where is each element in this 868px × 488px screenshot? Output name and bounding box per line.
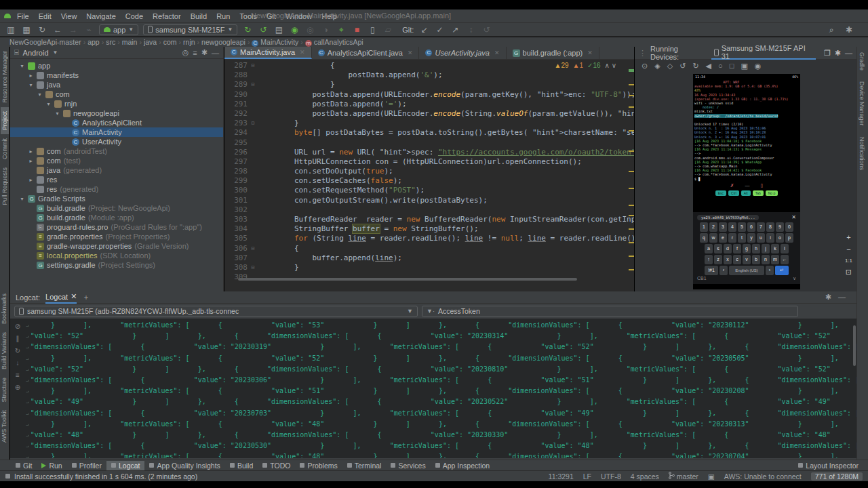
key-u[interactable]: u (757, 233, 765, 243)
tool-window-terminal[interactable]: Terminal (342, 461, 387, 470)
panel-settings-gear-icon[interactable]: ✱ (835, 49, 841, 58)
tree-row-com[interactable]: ▾com (10, 89, 223, 99)
line-ending[interactable]: LF (583, 472, 591, 481)
logcat-output[interactable]: } ], "metricValues": [ { "value": "53" }… (25, 319, 856, 458)
pause-icon[interactable]: ∥ (16, 335, 20, 342)
tree-row-res[interactable]: res(generated) (10, 184, 223, 194)
profile-report-icon[interactable]: ▤ (273, 25, 284, 35)
home-icon[interactable]: ○ (718, 62, 723, 70)
git-commit-icon[interactable]: ✓ (434, 25, 445, 35)
collapse-all-icon[interactable]: ≡ (193, 49, 197, 57)
new-window-icon[interactable]: ❐ (824, 49, 831, 58)
clear-logcat-icon[interactable]: ⊘ (15, 323, 20, 330)
tool-stripe-project[interactable]: Project (1, 107, 9, 134)
breadcrumb-item[interactable]: main (122, 38, 138, 46)
hide-keyboard-icon[interactable]: ∨ (793, 276, 796, 281)
logcat-filter-input[interactable]: ▼· AccessToken (422, 306, 798, 317)
tree-row-com[interactable]: ▸com(test) (10, 156, 223, 165)
keyboard-mode-label[interactable]: CB1 (697, 276, 707, 281)
layout-inspector-button[interactable]: Layout Inspector (798, 462, 868, 470)
tool-stripe-commit[interactable]: Commit (1, 134, 9, 163)
tool-window-problems[interactable]: Problems (295, 461, 342, 470)
close-icon[interactable]: ✕ (71, 292, 77, 301)
aws-status[interactable]: AWS: Unable to connect (724, 472, 802, 481)
device-tab[interactable]: Samsung SM-M215F API 31 (711, 47, 816, 60)
breadcrumb-item[interactable]: app (87, 38, 100, 46)
key-[interactable]: ‹ (719, 266, 728, 275)
git-history-icon[interactable]: ↺ (481, 25, 492, 35)
tree-row-build.gradle[interactable]: Gbuild.gradle(Project: NewGoogleApi) (10, 203, 223, 213)
key-a[interactable]: a (705, 244, 713, 253)
key-7[interactable]: 7 (757, 222, 765, 232)
key-9[interactable]: 9 (776, 222, 784, 232)
key-b[interactable]: b (752, 255, 760, 264)
git-rollback-icon[interactable]: ↕ (465, 25, 476, 35)
tool-window-build[interactable]: Build (225, 461, 258, 470)
menu-build[interactable]: Build (186, 11, 212, 22)
key-w[interactable]: w (709, 233, 717, 243)
minimize-icon[interactable]: — (745, 183, 750, 188)
tool-window-services[interactable]: Services (386, 461, 430, 470)
key-[interactable]: ↵ (775, 266, 789, 275)
git-update-icon[interactable]: ↙ (418, 25, 429, 35)
tree-row-app[interactable]: ▾app (10, 61, 223, 70)
key-g[interactable]: g (743, 244, 751, 253)
breadcrumb-item[interactable]: rnjn (183, 38, 195, 46)
menu-navigate[interactable]: Navigate (81, 11, 120, 22)
inspections-widget[interactable]: ▲29 ▲1 ✓16 ∧ ∨ (555, 62, 616, 69)
project-view-mode-select[interactable]: Android (23, 49, 49, 57)
apply-code-changes-icon[interactable]: ↺ (258, 25, 269, 35)
device-screen[interactable]: 11:34 46% APT: WRFavailable mem: 1.9: GB… (693, 74, 800, 289)
config-icon[interactable]: ⊕ (15, 384, 20, 391)
tree-row-manifests[interactable]: ▸manifests (10, 70, 223, 80)
tree-row-com[interactable]: ▸com(androidTest) (10, 146, 223, 156)
file-encoding[interactable]: UTF-8 (601, 472, 621, 481)
tree-row-gradle scripts[interactable]: ▾GGradle Scripts (10, 194, 223, 203)
keyboard-suggestion[interactable]: ya29.a0AfB_bV76XXgMk6... (697, 215, 759, 220)
volume-down-icon[interactable]: ◇ (667, 62, 673, 70)
rotate-left-icon[interactable]: ↺ (679, 62, 686, 70)
key-6[interactable]: 6 (747, 222, 755, 232)
new-tab-plus-icon[interactable]: ＋ (82, 292, 90, 302)
coverage-icon[interactable]: ◎ (304, 25, 315, 35)
editor-tab[interactable]: CUserActivity.java✕ (419, 47, 506, 59)
breadcrumb-item[interactable]: java (144, 38, 157, 46)
power-icon[interactable]: ⊙ (642, 62, 648, 70)
sync-icon[interactable]: ↻ (37, 25, 47, 35)
tool-stripe-notifications[interactable]: Notifications (857, 131, 867, 176)
key-s[interactable]: s (714, 244, 722, 253)
run-anything-icon[interactable]: ⌁ (83, 25, 94, 35)
key-v[interactable]: v (743, 255, 751, 264)
tool-window-run[interactable]: Run (37, 461, 66, 470)
profiler-icon[interactable]: ◑ (320, 25, 331, 35)
attach-debugger-icon[interactable]: ⌖ (336, 25, 347, 35)
tree-row-settings.gradle[interactable]: Gsettings.gradle(Project Settings) (10, 260, 223, 270)
tree-row-gradle-wrapper.properties[interactable]: ≡gradle-wrapper.properties(Gradle Versio… (10, 241, 223, 251)
hide-panel-icon[interactable]: — (845, 49, 852, 57)
zoom-control-[interactable]: + (846, 233, 850, 241)
tool-window-app-inspection[interactable]: App Inspection (431, 461, 494, 470)
sdk-manager-icon[interactable]: ▱ (382, 25, 393, 35)
editor-tab[interactable]: CMainActivity.java✕ (224, 47, 312, 59)
settings-gear-icon[interactable]: ✱ (844, 25, 854, 35)
menu-file[interactable]: File (12, 11, 34, 22)
key-i[interactable]: i (766, 233, 774, 243)
key-e[interactable]: e (719, 233, 727, 243)
back-icon[interactable]: ◀ (706, 62, 711, 70)
run-config-select[interactable]: app ▼ (99, 24, 138, 35)
restart-icon[interactable]: ↻ (15, 347, 20, 354)
terminal-key-esc[interactable]: Esc (715, 190, 726, 196)
tool-window-todo[interactable]: TODO (258, 461, 295, 470)
key-d[interactable]: d (724, 244, 732, 253)
overview-icon[interactable]: □ (730, 62, 734, 70)
chevron-down-icon[interactable]: ▼ (53, 49, 58, 56)
tool-stripe-bookmarks[interactable]: Bookmarks (0, 289, 8, 328)
key-1[interactable]: !#1 (705, 266, 718, 275)
record-icon[interactable]: ◉ (755, 62, 762, 70)
code-editor[interactable]: ▲29 ▲1 ✓16 ∧ ∨ 287⊟ {288 postData.append… (224, 60, 634, 282)
logcat-tab[interactable]: Logcat✕ (45, 291, 77, 304)
git-push-icon[interactable]: ↗ (450, 25, 460, 35)
caret-position[interactable]: 11:3291 (549, 472, 574, 481)
tool-window-profiler[interactable]: Profiler (67, 461, 106, 470)
key-x[interactable]: x (724, 255, 732, 264)
